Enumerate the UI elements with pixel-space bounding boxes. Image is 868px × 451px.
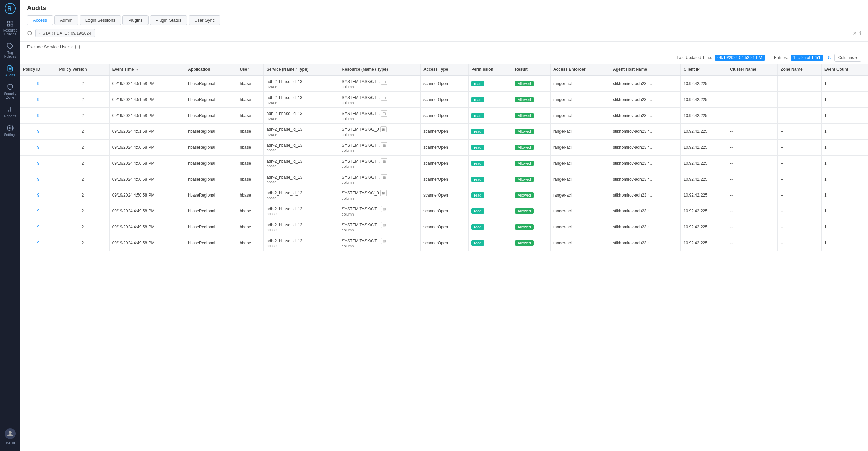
refresh-button[interactable]: ↻ <box>827 55 832 61</box>
last-updated-label: Last Updated Time: <box>677 55 712 60</box>
cell-access-type: scannerOpen <box>421 219 469 235</box>
cell-event-time: 09/19/2024 4:50:58 PM <box>109 156 185 171</box>
resource-detail-icon[interactable]: ⊞ <box>381 158 387 164</box>
col-agent-host[interactable]: Agent Host Name <box>610 64 681 76</box>
resource-detail-icon[interactable]: ⊞ <box>381 222 387 228</box>
col-event-time[interactable]: Event Time ▼ <box>109 64 185 76</box>
resource-detail-icon[interactable]: ⊞ <box>380 190 387 196</box>
cell-agent-host: stikhomirov-adh23.r... <box>610 156 681 171</box>
cell-permission: read <box>469 171 512 187</box>
resource-detail-icon[interactable]: ⊞ <box>381 95 387 101</box>
resource-detail-icon[interactable]: ⊞ <box>380 126 387 132</box>
col-user[interactable]: User <box>237 64 263 76</box>
cell-event-count: 1 <box>821 235 868 251</box>
cell-policy-id[interactable]: 9 <box>20 108 56 124</box>
cell-user: hbase <box>237 92 263 108</box>
cell-zone-name: -- <box>778 92 822 108</box>
tab-admin[interactable]: Admin <box>54 15 78 25</box>
col-service[interactable]: Service (Name / Type) <box>263 64 339 76</box>
cell-policy-id[interactable]: 9 <box>20 124 56 140</box>
col-event-count[interactable]: Event Count <box>821 64 868 76</box>
sidebar-item-settings[interactable]: Settings <box>0 121 20 140</box>
cell-user: hbase <box>237 219 263 235</box>
cell-policy-id[interactable]: 9 <box>20 92 56 108</box>
sidebar-item-audits[interactable]: Audits <box>0 62 20 80</box>
col-policy-id[interactable]: Policy ID <box>20 64 56 76</box>
cell-zone-name: -- <box>778 124 822 140</box>
col-zone-name[interactable]: Zone Name <box>778 64 822 76</box>
toolbar-right: ✕ ℹ <box>853 30 861 36</box>
search-button[interactable] <box>27 30 33 36</box>
cell-application: hbaseRegional <box>185 108 237 124</box>
tab-login-sessions[interactable]: Login Sessions <box>80 15 121 25</box>
cell-agent-host: stikhomirov-adh23.r... <box>610 76 681 92</box>
exclude-checkbox[interactable] <box>75 45 80 49</box>
cell-policy-id[interactable]: 9 <box>20 203 56 219</box>
col-resource[interactable]: Resource (Name / Type) <box>339 64 420 76</box>
clear-icon[interactable]: ✕ <box>853 30 857 36</box>
col-client-ip[interactable]: Client IP <box>680 64 727 76</box>
entries-value: 1 to 25 of 1251 <box>791 55 823 61</box>
resource-detail-icon[interactable]: ⊞ <box>381 142 387 148</box>
col-cluster-name[interactable]: Cluster Name <box>727 64 778 76</box>
date-filter[interactable]: ○ START DATE : 09/19/2024 <box>35 29 95 37</box>
tab-bar: Access Admin Login Sessions Plugins Plug… <box>27 15 861 25</box>
col-permission[interactable]: Permission <box>469 64 512 76</box>
resource-detail-icon[interactable]: ⊞ <box>381 110 387 117</box>
col-result[interactable]: Result <box>512 64 551 76</box>
cell-policy-id[interactable]: 9 <box>20 76 56 92</box>
col-access-enforcer[interactable]: Access Enforcer <box>550 64 610 76</box>
cell-policy-id[interactable]: 9 <box>20 140 56 156</box>
tab-plugins[interactable]: Plugins <box>122 15 149 25</box>
sidebar-item-tag-policies[interactable]: Tag Policies <box>0 39 20 62</box>
cell-event-count: 1 <box>821 76 868 92</box>
tab-plugin-status[interactable]: Plugin Status <box>150 15 188 25</box>
start-date-value: 09/19/2024 <box>71 31 91 36</box>
cell-service: adh-2_hbase_id_13 hbase <box>263 171 339 187</box>
table-row: 9 2 09/19/2024 4:51:58 PM hbaseRegional … <box>20 76 868 92</box>
col-application[interactable]: Application <box>185 64 237 76</box>
cell-agent-host: stikhomirov-adh23.r... <box>610 124 681 140</box>
tab-access[interactable]: Access <box>27 15 53 25</box>
cell-application: hbaseRegional <box>185 203 237 219</box>
cell-policy-id[interactable]: 9 <box>20 156 56 171</box>
resource-detail-icon[interactable]: ⊞ <box>381 238 387 244</box>
cell-client-ip: 10.92.42.225 <box>680 76 727 92</box>
app-logo[interactable]: R <box>0 0 20 17</box>
cell-agent-host: stikhomirov-adh23.r... <box>610 235 681 251</box>
cell-policy-version: 2 <box>56 92 109 108</box>
columns-button[interactable]: Columns ▾ <box>834 54 861 62</box>
resource-detail-icon[interactable]: ⊞ <box>381 206 387 212</box>
resource-detail-icon[interactable]: ⊞ <box>381 174 387 180</box>
cell-policy-id[interactable]: 9 <box>20 187 56 203</box>
cell-access-enforcer: ranger-acl <box>550 219 610 235</box>
cell-application: hbaseRegional <box>185 219 237 235</box>
cell-policy-id[interactable]: 9 <box>20 171 56 187</box>
cell-access-type: scannerOpen <box>421 140 469 156</box>
cell-service: adh-2_hbase_id_13 hbase <box>263 235 339 251</box>
cell-cluster-name: -- <box>727 235 778 251</box>
sidebar-item-reports[interactable]: Reports <box>0 103 20 121</box>
cell-policy-id[interactable]: 9 <box>20 219 56 235</box>
sidebar-item-security-zone[interactable]: Security Zone <box>0 80 20 103</box>
svg-rect-2 <box>8 21 10 23</box>
cell-policy-version: 2 <box>56 219 109 235</box>
col-policy-version[interactable]: Policy Version <box>56 64 109 76</box>
info-icon[interactable]: ℹ <box>859 30 861 36</box>
resource-detail-icon[interactable]: ⊞ <box>381 79 387 85</box>
sidebar-item-label: Reports <box>4 114 16 118</box>
start-date-label: START DATE : <box>43 31 70 36</box>
cell-client-ip: 10.92.42.225 <box>680 219 727 235</box>
cell-access-enforcer: ranger-acl <box>550 140 610 156</box>
tab-user-sync[interactable]: User Sync <box>189 15 220 25</box>
cell-access-type: scannerOpen <box>421 171 469 187</box>
cell-access-enforcer: ranger-acl <box>550 187 610 203</box>
sidebar-item-resource-policies[interactable]: Resource Policies <box>0 17 20 39</box>
cell-access-enforcer: ranger-acl <box>550 124 610 140</box>
col-access-type[interactable]: Access Type <box>421 64 469 76</box>
admin-label: admin <box>5 440 15 444</box>
main-content: Audits Access Admin Login Sessions Plugi… <box>20 0 868 451</box>
cell-policy-id[interactable]: 9 <box>20 235 56 251</box>
sidebar-item-admin[interactable]: admin <box>0 425 20 448</box>
table-row: 9 2 09/19/2024 4:51:58 PM hbaseRegional … <box>20 124 868 140</box>
